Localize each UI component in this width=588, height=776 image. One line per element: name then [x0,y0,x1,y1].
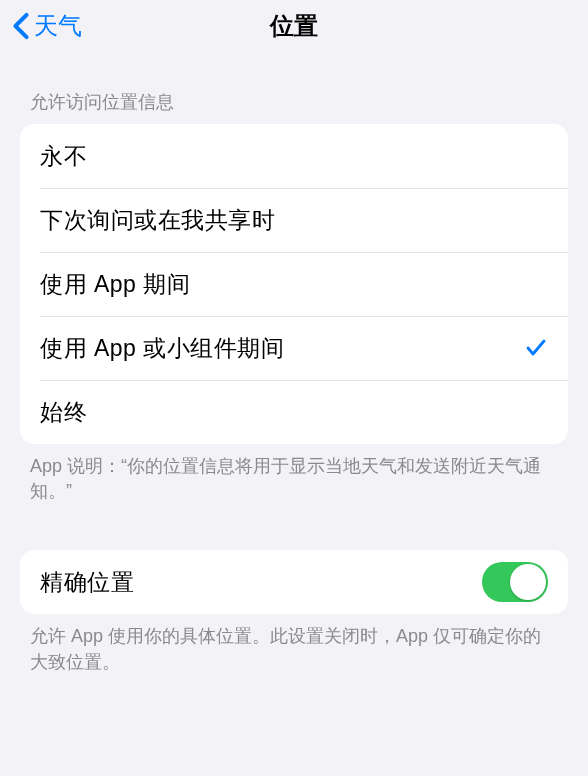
option-label: 使用 App 期间 [40,269,190,300]
precise-location-group: 精确位置 [20,550,568,614]
option-label: 下次询问或在我共享时 [40,205,275,236]
back-button[interactable]: 天气 [8,6,86,46]
option-never[interactable]: 永不 [20,124,568,188]
section-footer-app-description: App 说明：“你的位置信息将用于显示当地天气和发送附近天气通知。” [0,444,588,504]
spacer [0,504,588,550]
content: 允许访问位置信息 永不 下次询问或在我共享时 使用 App 期间 使用 App … [0,52,588,675]
option-always[interactable]: 始终 [20,380,568,444]
section-footer-precise-location: 允许 App 使用你的具体位置。此设置关闭时，App 仅可确定你的大致位置。 [0,614,588,674]
option-ask-next-time[interactable]: 下次询问或在我共享时 [20,188,568,252]
location-access-group: 永不 下次询问或在我共享时 使用 App 期间 使用 App 或小组件期间 始终 [20,124,568,444]
option-label: 使用 App 或小组件期间 [40,333,284,364]
option-while-using-app[interactable]: 使用 App 期间 [20,252,568,316]
chevron-left-icon [12,12,30,40]
precise-location-cell: 精确位置 [20,550,568,614]
option-while-using-app-or-widgets[interactable]: 使用 App 或小组件期间 [20,316,568,380]
precise-location-toggle[interactable] [482,562,548,602]
back-label: 天气 [34,10,82,42]
section-header-location-access: 允许访问位置信息 [0,90,588,124]
toggle-knob [510,564,546,600]
page-title: 位置 [270,10,318,42]
option-label: 永不 [40,141,87,172]
check-icon [524,336,548,360]
precise-location-label: 精确位置 [40,567,134,598]
option-label: 始终 [40,397,87,428]
nav-bar: 天气 位置 [0,0,588,52]
